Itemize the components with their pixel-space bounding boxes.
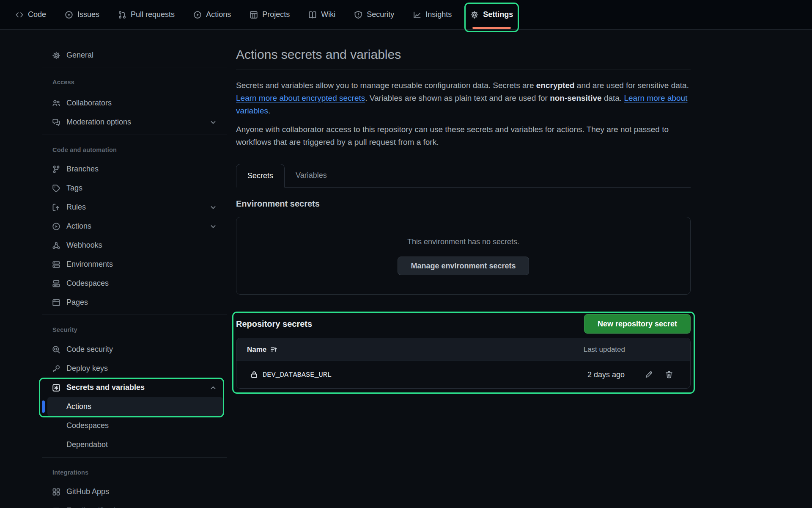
intro-text: data. (602, 94, 624, 102)
sidebar-item-codespaces[interactable]: Codespaces (42, 274, 227, 293)
sidebar-item-label: Code security (66, 345, 113, 354)
sidebar-subitem-label: Dependabot (66, 440, 108, 449)
sidebar-item-label: Pages (66, 298, 88, 307)
nav-label: Actions (206, 10, 231, 19)
environment-empty-message: This environment has no secrets. (407, 237, 519, 246)
sidebar-item-tags[interactable]: Tags (42, 179, 227, 198)
intro-bold-non-sensitive: non-sensitive (550, 94, 601, 102)
chevron-down-icon (209, 119, 217, 126)
nav-label: Issues (77, 10, 99, 19)
server-icon (52, 260, 60, 269)
chevron-down-icon (209, 204, 217, 211)
tab-secrets[interactable]: Secrets (236, 164, 285, 188)
gear-icon (52, 51, 60, 60)
sidebar-item-branches[interactable]: Branches (42, 160, 227, 179)
sidebar-item-label: Tags (66, 184, 82, 193)
secrets-and-variables-group: Secrets and variables Actions (42, 378, 227, 416)
settings-sidebar: General Access Collaborators Moderation … (42, 46, 227, 508)
sidebar-item-general[interactable]: General (42, 46, 227, 65)
environment-secrets-heading: Environment secrets (236, 199, 691, 208)
repository-secrets-section: Repository secrets New repository secret… (236, 314, 691, 389)
key-icon (52, 364, 60, 373)
code-icon (15, 11, 24, 19)
sidebar-item-label: Moderation options (66, 118, 131, 127)
sidebar-item-label: Webhooks (66, 241, 102, 250)
column-header-name[interactable]: Name (247, 345, 278, 354)
sidebar-section-access: Access (42, 77, 227, 87)
lock-icon (250, 370, 258, 379)
sidebar-item-label: Rules (66, 203, 86, 212)
sidebar-item-label: Collaborators (66, 99, 112, 108)
secret-name: DEV_DATABASE_URL (263, 371, 332, 379)
sidebar-subitem-label: Actions (66, 402, 91, 411)
intro-text: . Variables are shown as plain text and … (365, 94, 550, 102)
sort-ascending-icon (270, 346, 278, 353)
sidebar-subitem-actions[interactable]: Actions (47, 397, 223, 416)
apps-icon (52, 488, 60, 496)
sidebar-divider (42, 135, 227, 135)
sidebar-item-github-apps[interactable]: GitHub Apps (42, 482, 227, 501)
nav-item-code[interactable]: Code (15, 0, 46, 29)
nav-label: Code (28, 10, 46, 19)
sidebar-item-email-notifications[interactable]: Email notifications (42, 501, 227, 508)
codespaces-icon (52, 279, 60, 288)
intro-paragraph-1: Secrets and variables allow you to manag… (236, 79, 691, 117)
link-learn-more-encrypted-secrets[interactable]: Learn more about encrypted secrets (236, 94, 365, 102)
sidebar-item-code-security[interactable]: Code security (42, 340, 227, 359)
sidebar-divider (42, 457, 227, 458)
chevron-down-icon (209, 223, 217, 230)
intro-text: . (268, 106, 270, 115)
edit-pencil-icon[interactable] (645, 370, 653, 379)
git-pull-request-icon (118, 11, 126, 19)
sidebar-item-webhooks[interactable]: Webhooks (42, 236, 227, 255)
trash-delete-icon[interactable] (665, 370, 673, 379)
sidebar-item-label: Branches (66, 165, 99, 174)
nav-item-actions[interactable]: Actions (193, 0, 231, 29)
sidebar-item-secrets-and-variables[interactable]: Secrets and variables (42, 378, 227, 397)
repository-secrets-header: Repository secrets New repository secret (236, 314, 691, 334)
codescan-icon (52, 345, 60, 354)
sidebar-subitem-dependabot[interactable]: Dependabot (42, 435, 227, 454)
sidebar-item-moderation-options[interactable]: Moderation options (42, 113, 227, 132)
nav-label: Pull requests (131, 10, 175, 19)
secret-asterisk-icon (52, 384, 60, 392)
intro-text: Secrets and variables allow you to manag… (236, 81, 536, 90)
webhook-icon (52, 241, 60, 250)
sidebar-item-actions[interactable]: Actions (42, 217, 227, 236)
repository-secrets-heading: Repository secrets (236, 319, 312, 329)
main-panel: Actions secrets and variables Secrets an… (236, 0, 691, 389)
manage-environment-secrets-button[interactable]: Manage environment secrets (398, 257, 529, 275)
sidebar-item-label: Codespaces (66, 279, 109, 288)
git-branch-icon (52, 165, 60, 174)
intro-paragraph-2: Anyone with collaborator access to this … (236, 123, 691, 149)
repository-secrets-table: Name Last updated DEV_DATABASE_URL 2 day… (236, 338, 691, 389)
browser-icon (52, 298, 60, 307)
sidebar-item-pages[interactable]: Pages (42, 293, 227, 312)
sidebar-item-label: Deploy keys (66, 364, 108, 373)
environment-secrets-box: This environment has no secrets. Manage … (236, 217, 691, 295)
sidebar-item-label: Actions (66, 222, 91, 231)
table-row: DEV_DATABASE_URL 2 days ago (236, 361, 690, 388)
sidebar-item-label: Secrets and variables (66, 383, 145, 392)
secret-last-updated: 2 days ago (587, 370, 625, 379)
sidebar-item-label: Environments (66, 260, 113, 269)
column-header-name-label: Name (247, 345, 266, 354)
sidebar-divider (42, 315, 227, 315)
tab-variables[interactable]: Variables (285, 164, 338, 187)
sidebar-item-label: General (66, 51, 93, 60)
sidebar-item-collaborators[interactable]: Collaborators (42, 94, 227, 113)
comment-discussion-icon (52, 118, 60, 127)
chevron-up-icon (209, 384, 217, 392)
nav-item-issues[interactable]: Issues (65, 0, 99, 29)
new-repository-secret-button[interactable]: New repository secret (584, 314, 691, 334)
tag-icon (52, 184, 60, 193)
nav-item-pull-requests[interactable]: Pull requests (118, 0, 175, 29)
intro-text: and are used for sensitive data. (575, 81, 689, 90)
sidebar-item-rules[interactable]: Rules (42, 198, 227, 217)
sidebar-subitem-codespaces[interactable]: Codespaces (42, 416, 227, 435)
sidebar-section-integrations: Integrations (42, 468, 227, 477)
sidebar-section-code-and-automation: Code and automation (42, 145, 227, 155)
sidebar-item-environments[interactable]: Environments (42, 255, 227, 274)
sidebar-section-security: Security (42, 325, 227, 334)
sidebar-item-deploy-keys[interactable]: Deploy keys (42, 359, 227, 378)
